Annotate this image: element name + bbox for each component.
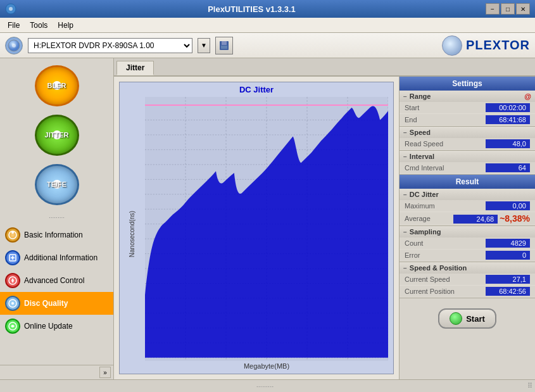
settings-panel: Settings − Range @ Start 00:02:00 End 68… [399, 77, 535, 379]
at-symbol: @ [524, 92, 531, 100]
speed-pos-section-header[interactable]: − Speed & Position [400, 262, 535, 274]
sampling-count-row: Count 4829 [400, 237, 535, 250]
maximize-button[interactable]: □ [501, 3, 515, 15]
additional-icon [5, 250, 20, 265]
range-end-value: 68:41:68 [486, 115, 530, 124]
bler-label: BLER [47, 82, 66, 89]
sidebar: BLER JITTER TE/FE ········· [0, 58, 114, 379]
additional-information-label: Additional Information [24, 253, 98, 262]
cmd-interval-value: 64 [486, 163, 530, 172]
settings-header: Settings [400, 77, 535, 91]
disc-item-bler[interactable]: BLER [28, 63, 85, 108]
sidebar-item-additional[interactable]: Additional Information [0, 246, 113, 269]
menu-tools[interactable]: Tools [25, 20, 53, 31]
result-header: Result [400, 175, 535, 189]
drive-icon [5, 37, 23, 54]
dc-jitter-section-header[interactable]: − DC Jitter [400, 189, 535, 200]
svg-point-8 [11, 231, 14, 234]
cmd-interval-label: Cmd Interval [405, 164, 486, 172]
current-pos-value: 68:42:56 [486, 287, 530, 296]
basic-icon [5, 227, 20, 243]
read-speed-row: Read Speed 48,0 [400, 138, 535, 150]
svg-point-3 [12, 44, 16, 47]
speed-label: Speed [410, 129, 431, 136]
status-bar: ········· ⠿ [0, 379, 535, 392]
dc-jitter-avg-label: Average [405, 215, 453, 222]
speed-section: − Speed Read Speed 48,0 [400, 127, 535, 151]
scroll-indicator: ········· [0, 212, 113, 224]
sidebar-item-basic[interactable]: Basic Information [0, 224, 113, 246]
disc-item-tefe[interactable]: TE/FE [28, 162, 85, 206]
status-dots: ········· [3, 383, 527, 390]
content-area: Jitter DC Jitter Nanosecond(ns) [114, 58, 535, 379]
start-button[interactable]: Start [438, 308, 496, 329]
menu-help[interactable]: Help [53, 20, 79, 31]
chart-container: DC Jitter Nanosecond(ns) [114, 77, 399, 379]
dc-jitter-collapse-icon: − [403, 191, 407, 198]
drive-select[interactable]: H:PLEXTOR DVDR PX-890SA 1.00 [28, 38, 192, 53]
dc-jitter-max-label: Maximum [405, 202, 486, 210]
chart-svg: 0 2 4 6 8 10 12 14 16 18 [145, 97, 388, 361]
sampling-count-value: 4829 [486, 239, 530, 248]
sampling-count-label: Count [405, 239, 486, 247]
drive-dropdown-button[interactable]: ▼ [198, 38, 210, 53]
current-pos-row: Current Position 68:42:56 [400, 286, 535, 298]
disc-quality-label: Disc Quality [24, 299, 68, 308]
current-pos-label: Current Position [405, 288, 486, 295]
sampling-error-label: Error [405, 251, 486, 259]
range-start-label: Start [405, 104, 486, 111]
sidebar-scroll[interactable]: BLER JITTER TE/FE ········· [0, 58, 113, 365]
start-button-container: Start [400, 298, 535, 339]
jitter-label: JITTER [45, 131, 69, 139]
disc-icon [5, 296, 20, 311]
advanced-icon [5, 273, 20, 288]
minimize-button[interactable]: − [486, 3, 500, 15]
range-label: Range [410, 92, 431, 100]
advanced-control-label: Advanced Control [24, 276, 84, 285]
range-start-row: Start 00:02:00 [400, 102, 535, 114]
x-axis-label: Megabyte(MB) [145, 361, 388, 371]
menu-file[interactable]: File [3, 20, 25, 31]
range-start-value: 00:02:00 [486, 103, 530, 112]
dc-jitter-label: DC Jitter [410, 191, 439, 198]
title-bar: PlexUTILITIES v1.3.3.1 − □ ✕ [0, 0, 535, 18]
close-button[interactable]: ✕ [516, 3, 530, 15]
speed-section-header[interactable]: − Speed [400, 127, 535, 138]
sidebar-item-online[interactable]: Online Update [0, 315, 113, 338]
sidebar-item-disc[interactable]: Disc Quality [0, 292, 113, 315]
disc-list: BLER JITTER TE/FE [0, 58, 113, 212]
plextor-brand-text: PLEXTOR [466, 38, 530, 53]
toolbar: H:PLEXTOR DVDR PX-890SA 1.00 ▼ PLEXTOR [0, 33, 535, 58]
speed-pos-label: Speed & Position [410, 264, 467, 272]
disc-item-jitter[interactable]: JITTER [28, 113, 85, 157]
range-section-header[interactable]: − Range @ [400, 91, 535, 102]
svg-point-14 [11, 302, 14, 305]
tefe-label: TE/FE [47, 180, 66, 188]
sampling-collapse-icon: − [403, 229, 407, 236]
dc-jitter-avg-value: 24,68 [453, 215, 498, 224]
tab-jitter[interactable]: Jitter [116, 61, 154, 75]
read-speed-value: 48,0 [486, 139, 530, 148]
range-collapse-icon: − [403, 93, 407, 100]
speed-collapse-icon: − [403, 129, 407, 136]
save-button[interactable] [215, 37, 233, 54]
status-grip: ⠿ [527, 382, 532, 390]
main-area: BLER JITTER TE/FE ········· [0, 58, 535, 379]
interval-section-header[interactable]: − Interval [400, 151, 535, 162]
svg-rect-6 [221, 46, 227, 49]
bler-disc-image: BLER [35, 65, 79, 106]
window-controls: − □ ✕ [486, 3, 530, 15]
interval-section: − Interval Cmd Interval 64 [400, 151, 535, 175]
sampling-error-value: 0 [486, 251, 530, 260]
sidebar-item-advanced[interactable]: Advanced Control [0, 269, 113, 292]
dc-jitter-max-row: Maximum 0,00 [400, 200, 535, 212]
dc-jitter-avg-row: Average 24,68 ~8,38% [400, 212, 535, 225]
tefe-disc-image: TE/FE [35, 164, 79, 205]
sampling-section-header[interactable]: − Sampling [400, 226, 535, 237]
sidebar-expand-button[interactable]: » [99, 367, 111, 378]
dc-jitter-avg-extra: ~8,38% [500, 213, 530, 224]
y-axis-label: Nanosecond(ns) [129, 211, 136, 257]
plextor-disc-icon [442, 35, 462, 56]
app-title: PlexUTILITIES v1.3.3.1 [18, 4, 486, 14]
sampling-error-row: Error 0 [400, 250, 535, 262]
